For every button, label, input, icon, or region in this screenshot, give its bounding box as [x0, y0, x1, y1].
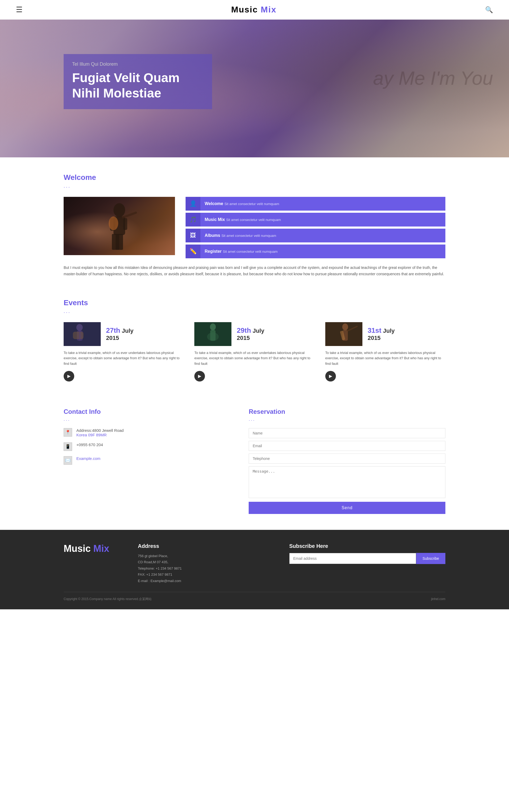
email-link[interactable]: Example.com	[76, 456, 100, 461]
event-item-1: 27th July2015 To take a trivial example,…	[64, 322, 184, 381]
footer-addr-2: CD Road,M 07 435,	[138, 560, 168, 564]
email-icon: ✉️	[64, 456, 72, 465]
site-logo[interactable]: Music Mix	[23, 5, 485, 14]
events-grid: 27th July2015 To take a trivial example,…	[64, 322, 445, 381]
albums-card-text: Albums Sit amet consectetur velit numqua…	[200, 233, 280, 238]
events-title: Events	[64, 299, 445, 307]
event-desc-1: To take a trivial example, which of us e…	[64, 350, 184, 367]
contact-email: ✉️ Example.com	[64, 456, 228, 465]
subscribe-email-input[interactable]	[289, 553, 416, 564]
event-desc-2: To take a trivial example, which of us e…	[194, 350, 314, 367]
welcome-card-icon: 👤	[185, 197, 200, 211]
address-line1: Address:4800 Jewell Road	[76, 428, 124, 433]
violin-player-icon	[96, 202, 143, 255]
footer-address-lines: 756 gt globel Place, CD Road,M 07 435, T…	[138, 553, 268, 584]
music-mix-card-label: Music Mix	[205, 217, 225, 222]
message-input[interactable]	[249, 466, 445, 498]
welcome-section: Welcome ... 👤 Welcome	[0, 157, 509, 288]
hero-title: Fugiat Velit Quam Nihil Molestiae	[72, 70, 203, 101]
event-play-btn-3[interactable]: ▶	[325, 371, 336, 381]
footer-copyright: Copyright © 2015.Company name All rights…	[64, 597, 151, 601]
address-link[interactable]: Korea 09F 89MR	[76, 433, 107, 437]
event-day-1: 27th	[106, 326, 120, 334]
footer-addr-3: Telephone: +1 234 567 9871	[138, 566, 181, 570]
event-header-2: 29th July2015	[194, 322, 314, 346]
svg-rect-11	[73, 332, 83, 339]
event-thumb-1	[64, 322, 101, 346]
event-thumb-2	[194, 322, 231, 346]
search-icon[interactable]: 🔍	[485, 6, 493, 13]
event-date-3: 31st July2015	[368, 326, 395, 341]
phone-text: +0955 670 204	[76, 442, 103, 447]
svg-point-0	[113, 203, 125, 217]
address-text: Address:4800 Jewell Road Korea 09F 89MR	[76, 428, 124, 437]
hero-subtitle: Tel Illum Qui Dolorem	[72, 62, 203, 67]
footer: Music Mix Address 756 gt globel Place, C…	[0, 530, 509, 609]
register-card-sub: Sit amet consectetur velit numquam	[223, 250, 278, 254]
contact-address: 📍 Address:4800 Jewell Road Korea 09F 89M…	[64, 428, 228, 437]
event-image-1	[64, 322, 101, 346]
hero-section: Tel Illum Qui Dolorem Fugiat Velit Quam …	[0, 20, 509, 157]
footer-subscribe: Subscribe Here Subscribe	[289, 543, 445, 584]
event-item-2: 29th July2015 To take a trivial example,…	[194, 322, 314, 381]
send-button[interactable]: Send	[249, 502, 445, 514]
footer-top: Music Mix Address 756 gt globel Place, C…	[64, 543, 445, 584]
contact-info: Contact Info ... 📍 Address:4800 Jewell R…	[64, 408, 228, 514]
event-play-btn-1[interactable]: ▶	[64, 371, 74, 381]
contact-dots: ...	[64, 417, 228, 422]
subscribe-button[interactable]: Subscribe	[416, 553, 445, 564]
welcome-title: Welcome	[64, 173, 445, 182]
welcome-card-label: Welcome	[205, 201, 223, 206]
footer-logo[interactable]: Music Mix	[64, 543, 116, 584]
event-desc-3: To take a trivial example, which of us e…	[325, 350, 445, 367]
albums-card-icon: 🖼	[185, 229, 200, 243]
event-header-1: 27th July2015	[64, 322, 184, 346]
event-date-2: 29th July2015	[237, 326, 264, 341]
subscribe-row: Subscribe	[289, 553, 445, 564]
card-albums[interactable]: 🖼 Albums Sit amet consectetur velit numq…	[185, 229, 445, 243]
card-register[interactable]: ✏️ Register Sit amet consectetur velit n…	[185, 245, 445, 258]
events-section: Events ... 27th July2015	[0, 288, 509, 397]
svg-rect-7	[115, 234, 123, 250]
event-image-3	[325, 322, 363, 346]
location-icon: 📍	[64, 428, 72, 437]
footer-address: Address 756 gt globel Place, CD Road,M 0…	[138, 543, 268, 584]
register-card-text: Register Sit amet consectetur velit numq…	[200, 249, 282, 254]
welcome-image	[64, 197, 175, 255]
event-item-3: 31st July2015 To take a trivial example,…	[325, 322, 445, 381]
logo-mix: Mix	[261, 5, 276, 14]
telephone-input[interactable]	[249, 453, 445, 464]
footer-addr-1: 756 gt globel Place,	[138, 554, 168, 558]
svg-point-5	[109, 216, 118, 230]
svg-point-14	[210, 324, 216, 330]
name-input[interactable]	[249, 428, 445, 438]
hero-content-box: Tel Illum Qui Dolorem Fugiat Velit Quam …	[64, 54, 212, 109]
welcome-cards: 👤 Welcome Sit amet consectetur velit num…	[185, 197, 445, 258]
welcome-dots: ...	[64, 183, 445, 189]
footer-subscribe-title: Subscribe Here	[289, 543, 445, 549]
card-welcome[interactable]: 👤 Welcome Sit amet consectetur velit num…	[185, 197, 445, 211]
header: ☰ Music Mix 🔍	[0, 0, 509, 20]
phone-icon: 📱	[64, 442, 72, 451]
event-date-1: 27th July2015	[106, 326, 134, 341]
svg-rect-12	[79, 330, 80, 341]
footer-logo-mix: Mix	[93, 543, 109, 554]
svg-rect-3	[123, 218, 127, 230]
hamburger-icon[interactable]: ☰	[16, 5, 23, 14]
event-image-2	[194, 322, 231, 346]
music-mix-card-text: Music Mix Sit amet consectetur velit num…	[200, 217, 285, 222]
reservation-title: Reservation	[249, 408, 445, 415]
svg-point-18	[342, 324, 348, 330]
music-mix-card-sub: Sit amet consectetur velit numquam	[226, 218, 281, 222]
footer-logo-text: Music	[64, 543, 91, 554]
email-input[interactable]	[249, 441, 445, 451]
footer-addr-4: FAX: +1 234 567 9871	[138, 573, 172, 577]
register-card-icon: ✏️	[185, 245, 200, 258]
footer-addr-5: E-mail : Example@mail.com	[138, 579, 181, 583]
event-thumb-3	[325, 322, 363, 346]
contact-phone: 📱 +0955 670 204	[64, 442, 228, 451]
event-play-btn-2[interactable]: ▶	[194, 371, 205, 381]
card-music-mix[interactable]: 🎵 Music Mix Sit amet consectetur velit n…	[185, 213, 445, 226]
reservation-section: Reservation ... Send	[249, 408, 445, 514]
albums-card-sub: Sit amet consectetur velit numquam	[222, 234, 276, 237]
